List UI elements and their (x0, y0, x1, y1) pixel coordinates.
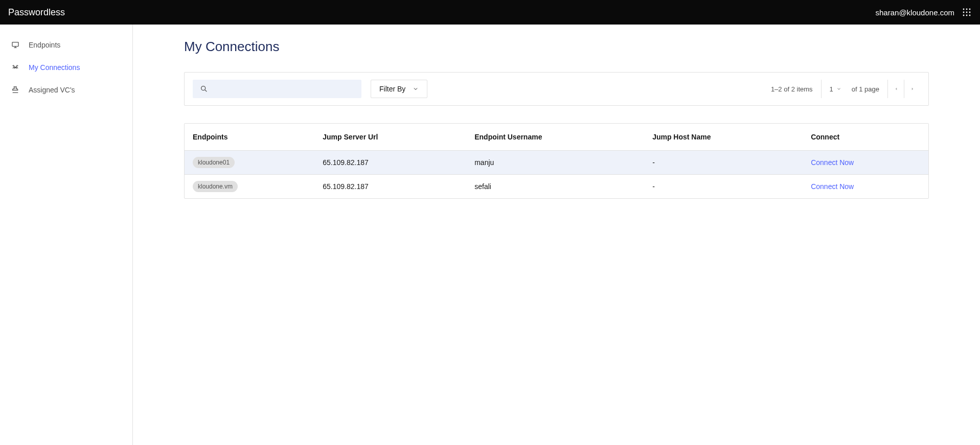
sidebar: Endpoints My Connections Assigned VC's (0, 25, 133, 445)
svg-point-0 (963, 9, 965, 10)
signal-icon (11, 63, 19, 72)
pagination: 1–2 of 2 items 1 of 1 page (763, 80, 920, 98)
main-content: My Connections Filter By 1–2 of 2 items (133, 25, 980, 445)
connections-table-wrap: Endpoints Jump Server Url Endpoint Usern… (184, 123, 929, 199)
stamp-icon (11, 86, 19, 94)
col-endpoints: Endpoints (185, 124, 314, 151)
pagination-prev-button[interactable] (887, 80, 904, 98)
cell-endpoint: kloudone01 (185, 151, 314, 175)
sidebar-item-endpoints[interactable]: Endpoints (0, 34, 132, 56)
chevron-down-icon (836, 86, 841, 91)
table-row: kloudone0165.109.82.187manju-Connect Now (185, 151, 928, 175)
search-box[interactable] (193, 80, 361, 98)
brand-title: Passwordless (8, 7, 65, 18)
cell-username: manju (466, 151, 644, 175)
col-jump-host-name: Jump Host Name (644, 124, 803, 151)
cell-jump-url: 65.109.82.187 (314, 175, 466, 199)
sidebar-item-label: My Connections (29, 63, 80, 72)
monitor-icon (11, 41, 19, 49)
current-page: 1 (830, 85, 833, 93)
search-input[interactable] (212, 85, 354, 93)
filter-by-button[interactable]: Filter By (371, 80, 427, 98)
svg-point-10 (15, 67, 16, 68)
page-title: My Connections (184, 39, 929, 55)
table-row: kloudone.vm65.109.82.187sefali-Connect N… (185, 175, 928, 199)
connections-table: Endpoints Jump Server Url Endpoint Usern… (185, 124, 928, 198)
app-header: Passwordless sharan@kloudone.com (0, 0, 980, 25)
cell-connect: Connect Now (803, 175, 928, 199)
svg-point-7 (966, 15, 968, 16)
col-endpoint-username: Endpoint Username (466, 124, 644, 151)
pagination-page-select[interactable]: 1 of 1 page (821, 80, 887, 98)
endpoint-pill: kloudone.vm (193, 181, 238, 192)
col-jump-server-url: Jump Server Url (314, 124, 466, 151)
svg-point-1 (966, 9, 968, 10)
endpoint-pill: kloudone01 (193, 157, 235, 168)
svg-point-11 (201, 86, 206, 90)
user-email[interactable]: sharan@kloudone.com (876, 8, 954, 17)
filter-label: Filter By (379, 85, 405, 93)
toolbar: Filter By 1–2 of 2 items 1 of 1 page (184, 72, 929, 106)
cell-hostname: - (644, 151, 803, 175)
search-icon (200, 85, 208, 93)
svg-point-4 (966, 12, 968, 13)
cell-connect: Connect Now (803, 151, 928, 175)
sidebar-item-assigned-vcs[interactable]: Assigned VC's (0, 79, 132, 101)
svg-point-3 (963, 12, 965, 13)
svg-point-2 (969, 9, 971, 10)
chevron-down-icon (413, 86, 419, 92)
sidebar-item-label: Assigned VC's (29, 86, 75, 94)
header-right: sharan@kloudone.com (876, 7, 972, 17)
svg-point-6 (963, 15, 965, 16)
connect-now-link[interactable]: Connect Now (811, 182, 854, 191)
connect-now-link[interactable]: Connect Now (811, 158, 854, 167)
pagination-next-button[interactable] (904, 80, 920, 98)
cell-jump-url: 65.109.82.187 (314, 151, 466, 175)
svg-point-5 (969, 12, 971, 13)
cell-username: sefali (466, 175, 644, 199)
pagination-range: 1–2 of 2 items (763, 80, 821, 98)
sidebar-item-label: Endpoints (29, 41, 60, 49)
cell-hostname: - (644, 175, 803, 199)
svg-rect-9 (12, 42, 18, 46)
svg-point-8 (969, 15, 971, 16)
apps-menu-icon[interactable] (962, 7, 972, 17)
cell-endpoint: kloudone.vm (185, 175, 314, 199)
table-header-row: Endpoints Jump Server Url Endpoint Usern… (185, 124, 928, 151)
page-suffix: of 1 page (852, 85, 879, 93)
col-connect: Connect (803, 124, 928, 151)
sidebar-item-my-connections[interactable]: My Connections (0, 56, 132, 79)
